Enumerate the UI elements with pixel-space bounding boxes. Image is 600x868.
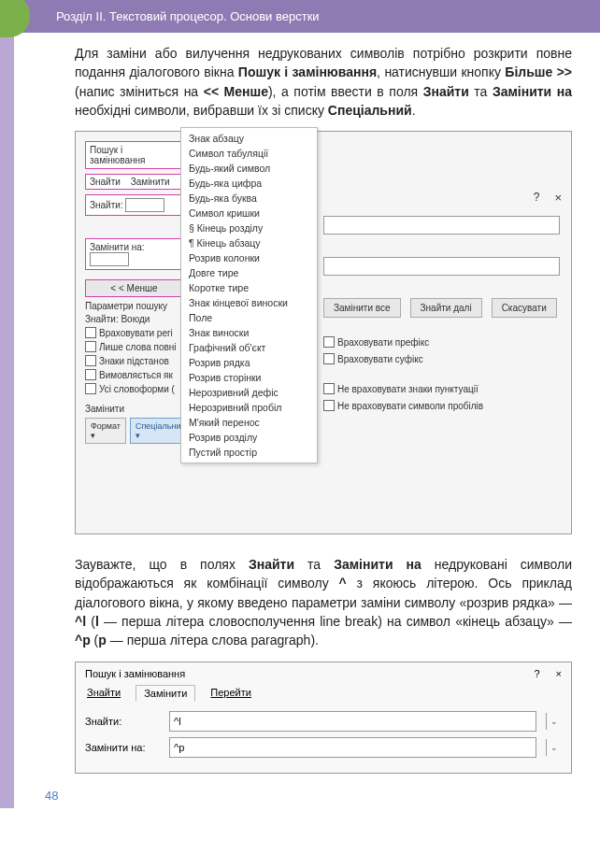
chk-match-case[interactable]: Враховувати регі [85, 327, 183, 338]
chk-sounds-like[interactable]: Вимовляється як [85, 369, 183, 380]
find-field-highlight: Знайти: [85, 194, 183, 216]
less-button[interactable]: < < Менше [85, 279, 183, 297]
help-icon[interactable]: ? [534, 668, 539, 679]
chk-match-suffix[interactable]: Враховувати суфікс [323, 353, 560, 364]
special-list-item[interactable]: § Кінець розділу [181, 221, 317, 235]
special-list-item[interactable]: Розрив рядка [181, 355, 317, 370]
special-list-item[interactable]: Поле [181, 310, 317, 325]
special-list-item[interactable]: Знак кінцевої виноски [181, 295, 317, 310]
replace-field-wide[interactable] [323, 257, 560, 276]
header-tab-decoration [0, 0, 30, 37]
dialog-tabs: Знайти Замінити [85, 174, 183, 190]
chevron-down-icon[interactable]: ⌄ [546, 739, 562, 756]
tab-goto[interactable]: Перейти [208, 685, 253, 702]
tab-find[interactable]: Знайти [85, 685, 122, 702]
special-list-item[interactable]: Символ кришки [181, 206, 317, 221]
special-list-item[interactable]: Розрив сторінки [181, 370, 317, 385]
find-replace-dialog-example: Пошук і замінювання ? × Знайти Замінити … [75, 662, 572, 774]
cancel-button[interactable]: Скасувати [492, 298, 557, 318]
replace-input[interactable] [90, 252, 129, 266]
special-list-item[interactable]: Розрив розділу [181, 430, 317, 445]
format-button[interactable]: Формат ▾ [85, 418, 126, 444]
special-list-item[interactable]: Нерозривний пробіл [181, 400, 317, 415]
special-list-item[interactable]: Довге тире [181, 265, 317, 280]
chapter-header: Розділ II. Текстовий процесор. Основи ве… [0, 0, 600, 33]
chk-whole-words[interactable]: Лише слова повні [85, 341, 183, 352]
chk-word-forms[interactable]: Усі словоформи ( [85, 383, 183, 394]
special-list-item[interactable]: Будь-який символ [181, 161, 317, 176]
tab-replace[interactable]: Замінити [131, 177, 170, 187]
dialog-title: Пошук і замінювання [85, 141, 183, 169]
find-input[interactable]: ^l [169, 711, 536, 732]
help-icon[interactable]: ? [534, 191, 540, 205]
find-field-wide[interactable] [323, 216, 560, 235]
chapter-title: Розділ II. Текстовий процесор. Основи ве… [56, 9, 320, 23]
paragraph-1: Для заміни або вилучення недрукованих си… [0, 33, 600, 127]
special-list-item[interactable]: Нерозривний дефіс [181, 385, 317, 400]
special-list-item[interactable]: Знак абзацу [181, 131, 317, 146]
special-list-item[interactable]: Коротке тире [181, 280, 317, 295]
special-list-item[interactable]: Знак виноски [181, 325, 317, 340]
search-params-label: Параметри пошуку [85, 301, 183, 311]
tab-find[interactable]: Знайти [90, 177, 121, 187]
dialog2-title: Пошук і замінювання [85, 668, 185, 679]
replace-section-label: Замінити [85, 404, 183, 414]
tab-replace[interactable]: Замінити [136, 685, 195, 702]
replace-all-button[interactable]: Замінити все [323, 298, 401, 318]
search-direction-row: Знайти: Воюди [85, 314, 183, 324]
replace-input[interactable]: ^p [169, 737, 536, 758]
find-label: Знайти: [85, 716, 160, 727]
page-left-margin [0, 0, 14, 808]
special-list-item[interactable]: Графічний об'єкт [181, 340, 317, 355]
special-characters-dropdown: Знак абзацуСимвол табуляціїБудь-який сим… [180, 127, 318, 463]
replace-field-highlight: Замінити на: [85, 238, 183, 270]
special-list-item[interactable]: Символ табуляції [181, 146, 317, 161]
special-list-item[interactable]: Будь-яка буква [181, 191, 317, 206]
special-list-item[interactable]: Пустий простір [181, 445, 317, 460]
special-list-item[interactable]: М'який перенос [181, 415, 317, 430]
find-next-button[interactable]: Знайти далі [410, 298, 482, 318]
special-list-item[interactable]: Розрив колонки [181, 250, 317, 265]
chevron-down-icon[interactable]: ⌄ [546, 713, 562, 730]
chk-match-prefix[interactable]: Враховувати префікс [323, 336, 560, 348]
page-number: 48 [0, 783, 600, 808]
paragraph-2: Зауважте, що в полях Знайти та Замінити … [0, 544, 600, 657]
chk-wildcards[interactable]: Знаки підстанов [85, 355, 183, 366]
chk-ignore-whitespace[interactable]: Не враховувати символи пробілів [323, 400, 560, 411]
close-icon[interactable]: × [556, 668, 562, 679]
close-icon[interactable]: × [554, 191, 562, 205]
find-replace-dialog-expanded: ? × Пошук і замінювання Знайти Замінити … [75, 131, 572, 534]
chk-ignore-punct[interactable]: Не враховувати знаки пунктуації [323, 383, 560, 394]
replace-label: Замінити на: [85, 742, 160, 753]
special-list-item[interactable]: Будь-яка цифра [181, 176, 317, 191]
special-list-item[interactable]: ¶ Кінець абзацу [181, 235, 317, 250]
find-input[interactable] [125, 198, 164, 212]
